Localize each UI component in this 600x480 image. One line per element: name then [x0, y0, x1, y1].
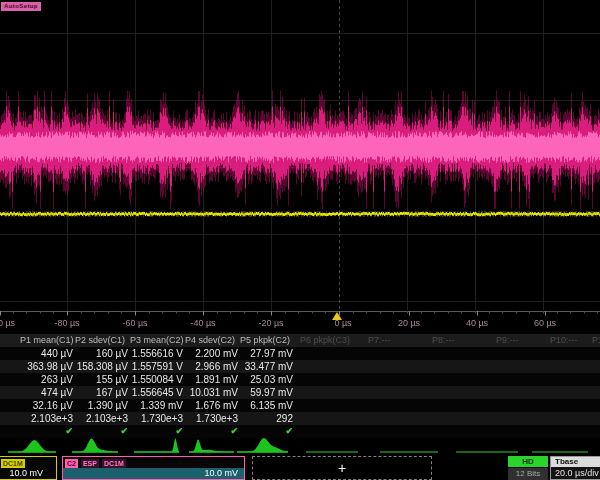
stat-cell-p4: 2.200 mV	[195, 348, 238, 359]
c2-esp-badge: ESP	[81, 459, 99, 468]
histogram-icon-p3[interactable]	[134, 436, 179, 455]
hd-badge: HD	[508, 456, 548, 467]
stat-cell-p5: 6.135 mV	[250, 400, 293, 411]
axis-tick-label: 20 µs	[398, 318, 420, 328]
stat-cell-p1: 363.98 µV	[27, 361, 73, 372]
stat-cell-p5: 27.97 mV	[250, 348, 293, 359]
param-header-p6[interactable]: P6 pkpk(C3)	[300, 335, 350, 345]
histogram-icon-p4[interactable]	[189, 436, 234, 455]
stat-cell-p1: 32.16 µV	[33, 400, 73, 411]
c1-scale-value: 10.0 mV	[0, 468, 56, 479]
param-header-p1[interactable]: P1 mean(C1)	[20, 335, 74, 345]
stat-cell-p5: 33.477 mV	[245, 361, 293, 372]
histicon-baseline-dash	[456, 451, 518, 453]
stat-cell-p2: 155 µV	[96, 374, 128, 385]
axis-tick-label: 0 µs	[334, 318, 351, 328]
stat-cell-p2: 167 µV	[96, 387, 128, 398]
stat-cell-p4: 1.676 mV	[195, 400, 238, 411]
status-check-p1: ✔	[65, 426, 73, 436]
c1-coupling-badge: DC1M	[1, 459, 25, 468]
param-header-p8[interactable]: P8:---	[432, 335, 455, 345]
stat-cell-p4: 1.730e+3	[196, 413, 238, 424]
stat-cell-p4: 2.966 mV	[195, 361, 238, 372]
timebase-descriptor[interactable]: Tbase 20.0 µs/div	[550, 456, 600, 480]
param-header-p3[interactable]: P3 mean(C2)	[130, 335, 184, 345]
c1-descriptor-top: C1 DC1M	[0, 457, 56, 468]
stat-cell-p1: 263 µV	[41, 374, 73, 385]
c2-descriptor-top: C2 ESP DC1M	[63, 457, 244, 468]
channel-c1-descriptor[interactable]: C1 DC1M 10.0 mV	[0, 456, 57, 480]
histogram-icon-p5[interactable]	[237, 436, 288, 455]
stat-cell-p4: 1.891 mV	[195, 374, 238, 385]
stat-cell-p3: 1.550084 V	[132, 374, 183, 385]
stat-row-min: 263 µV155 µV1.550084 V1.891 mV25.03 mV	[0, 373, 600, 386]
stat-cell-p3: 1.556616 V	[132, 348, 183, 359]
histicon-baseline-dash	[532, 451, 588, 453]
histogram-icon-p1[interactable]	[8, 436, 56, 455]
stat-cell-p3: 1.557591 V	[132, 361, 183, 372]
table-header-row: P1 mean(C1)P2 sdev(C1)P3 mean(C2)P4 sdev…	[0, 334, 600, 347]
param-header-p2[interactable]: P2 sdev(C1)	[75, 335, 125, 345]
stat-cell-p2: 158.308 µV	[77, 361, 128, 372]
axis-tick-label: -40 µs	[190, 318, 215, 328]
status-check-p4: ✔	[230, 426, 238, 436]
stat-cell-p2: 2.103e+3	[86, 413, 128, 424]
stat-row-max: 474 µV167 µV1.556645 V10.031 mV59.97 mV	[0, 386, 600, 399]
axis-tick-label: -60 µs	[122, 318, 147, 328]
axis-tick-label: 60 µs	[534, 318, 556, 328]
param-header-p11[interactable]: P11	[592, 335, 600, 345]
stat-cell-p4: 10.031 mV	[190, 387, 238, 398]
stat-cell-p3: 1.730e+3	[141, 413, 183, 424]
axis-tick-label: -80 µs	[54, 318, 79, 328]
histicon-baseline-dash	[306, 451, 358, 453]
autosetup-badge[interactable]: AutoSetup	[1, 2, 41, 11]
bit-depth-label: 12 Bits	[508, 468, 548, 480]
axis-tick-label: 40 µs	[466, 318, 488, 328]
param-header-p7[interactable]: P7:---	[368, 335, 391, 345]
param-header-p9[interactable]: P9:---	[496, 335, 519, 345]
param-header-p5[interactable]: P5 pkpk(C2)	[240, 335, 290, 345]
oscilloscope-screen: AutoSetup -100 µs-80 µs-60 µs-40 µs-20 µ…	[0, 0, 600, 480]
stat-cell-p3: 1.339 mV	[140, 400, 183, 411]
status-check-p2: ✔	[120, 426, 128, 436]
c2-scale-value: 10.0 mV	[63, 468, 244, 479]
add-channel-button[interactable]: +	[252, 456, 432, 480]
status-check-p3: ✔	[175, 426, 183, 436]
param-header-p4[interactable]: P4 sdev(C2)	[185, 335, 235, 345]
axis-tick-label: -100 µs	[0, 318, 15, 328]
stat-cell-p2: 160 µV	[96, 348, 128, 359]
c2-coupling-badge: DC1M	[102, 459, 126, 468]
stat-row-value: 440 µV160 µV1.556616 V2.200 mV27.97 mV	[0, 347, 600, 360]
stat-cell-p5: 59.97 mV	[250, 387, 293, 398]
stat-cell-p5: 25.03 mV	[250, 374, 293, 385]
stat-cell-p1: 474 µV	[41, 387, 73, 398]
stat-cell-p1: 440 µV	[41, 348, 73, 359]
time-axis: -100 µs-80 µs-60 µs-40 µs-20 µs0 µs20 µs…	[0, 316, 600, 334]
c2-label: C2	[65, 459, 78, 468]
measurement-table: P1 mean(C1)P2 sdev(C1)P3 mean(C2)P4 sdev…	[0, 334, 600, 438]
histogram-icon-p2[interactable]	[72, 436, 118, 455]
histicon-baseline-dash	[380, 451, 438, 453]
stat-row-sdev: 32.16 µV1.390 µV1.339 mV1.676 mV6.135 mV	[0, 399, 600, 412]
axis-tick-label: -20 µs	[258, 318, 283, 328]
stat-cell-p5: 292	[276, 413, 293, 424]
stat-row-mean: 363.98 µV158.308 µV1.557591 V2.966 mV33.…	[0, 360, 600, 373]
status-check-p5: ✔	[285, 426, 293, 436]
histicon-row	[0, 436, 600, 455]
stat-row-num: 2.103e+32.103e+31.730e+31.730e+3292	[0, 412, 600, 425]
stat-cell-p2: 1.390 µV	[88, 400, 128, 411]
timebase-value: 20.0 µs/div	[551, 467, 600, 479]
stat-cell-p3: 1.556645 V	[132, 387, 183, 398]
timebase-title: Tbase	[551, 457, 600, 467]
waveform-grid[interactable]	[0, 0, 600, 316]
stat-cell-p1: 2.103e+3	[31, 413, 73, 424]
descriptor-bar: C1 DC1M 10.0 mV C2 ESP DC1M 10.0 mV + HD…	[0, 456, 600, 480]
channel-c2-descriptor[interactable]: C2 ESP DC1M 10.0 mV	[62, 456, 245, 480]
hd-mode-indicator[interactable]: HD 12 Bits	[508, 456, 548, 480]
param-header-p10[interactable]: P10:---	[550, 335, 578, 345]
